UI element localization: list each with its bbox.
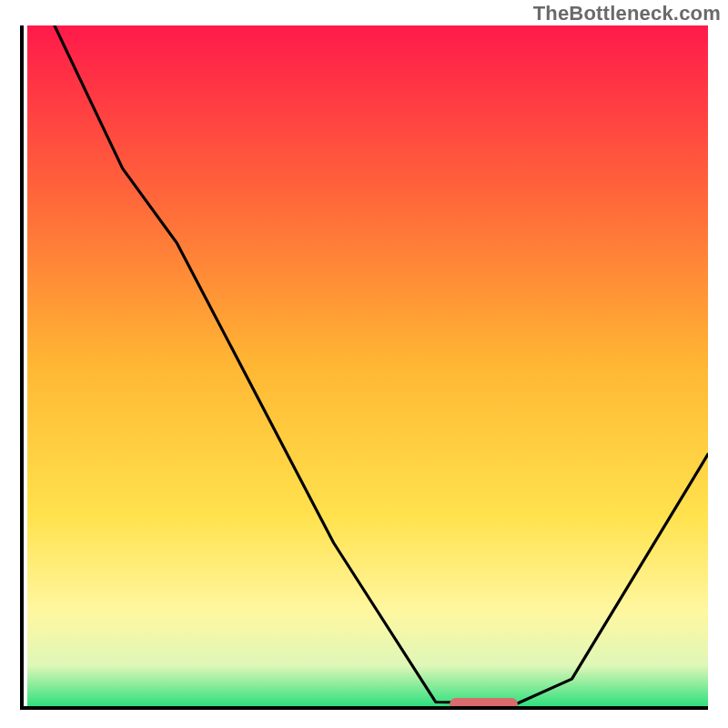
plot-area — [27, 25, 708, 706]
chart-container: TheBottleneck.com — [0, 0, 728, 728]
optimum-marker — [450, 698, 518, 706]
plot-axes — [20, 25, 708, 710]
watermark-text: TheBottleneck.com — [533, 2, 721, 25]
chart-line — [27, 25, 708, 706]
